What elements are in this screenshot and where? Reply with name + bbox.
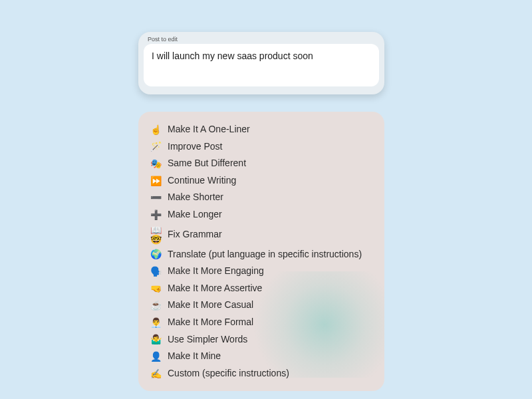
action-label: Make It More Casual [168, 299, 253, 312]
action-label: Make Shorter [168, 191, 223, 204]
action-emoji-icon: 👨‍💼 [149, 318, 162, 327]
action-emoji-icon: 🪄 [149, 142, 162, 151]
action-label: Make It More Formal [168, 316, 253, 329]
action-item[interactable]: ☝️Make It A One-Liner [149, 121, 374, 138]
action-label: Custom (specific instructions) [168, 367, 289, 380]
action-emoji-icon: ⏩ [149, 176, 162, 186]
action-label: Continue Writing [168, 174, 236, 188]
action-item[interactable]: 📖🤓Fix Grammar [149, 223, 374, 246]
action-item[interactable]: 👤Make It Mine [149, 348, 374, 365]
action-item[interactable]: 🤷‍♂️Use Simpler Words [149, 331, 374, 348]
action-label: Use Simpler Words [168, 333, 247, 346]
action-emoji-icon: ➖ [149, 193, 162, 202]
action-item[interactable]: 👨‍💼Make It More Formal [149, 314, 374, 331]
action-label: Same But Different [168, 157, 246, 170]
action-emoji-icon: ☕ [149, 301, 162, 310]
action-label: Make It More Assertive [168, 282, 262, 295]
action-label: Make It More Engaging [168, 265, 264, 278]
action-item[interactable]: 🗣️Make It More Engaging [149, 263, 374, 280]
action-label: Fix Grammar [168, 228, 222, 241]
action-item[interactable]: ☕Make It More Casual [149, 297, 374, 314]
action-emoji-icon: 🎭 [149, 159, 162, 168]
action-emoji-icon: 🌍 [149, 249, 162, 259]
action-item[interactable]: 🌍Translate (put language in specific ins… [149, 246, 374, 263]
action-emoji-icon: 🗣️ [149, 267, 162, 276]
action-emoji-icon: 🤷‍♂️ [149, 334, 162, 344]
action-label: Make It A One-Liner [168, 123, 250, 136]
action-label: Improve Post [168, 140, 222, 154]
editor-card: Post to edit [138, 32, 384, 94]
action-item[interactable]: ➕Make Longer [149, 206, 374, 223]
action-item[interactable]: 🤜Make It More Assertive [149, 280, 374, 297]
action-emoji-icon: ➕ [149, 210, 162, 219]
action-emoji-icon: 👤 [149, 352, 162, 361]
action-item[interactable]: ➖Make Shorter [149, 189, 374, 206]
actions-menu: ☝️Make It A One-Liner🪄Improve Post🎭Same … [138, 112, 384, 391]
editor-label: Post to edit [144, 36, 379, 44]
action-label: Translate (put language in specific inst… [168, 248, 362, 261]
action-label: Make It Mine [168, 350, 221, 363]
action-item[interactable]: 🪄Improve Post [149, 138, 374, 156]
action-emoji-icon: 🤜 [149, 284, 162, 293]
action-emoji-icon: ✍️ [149, 369, 162, 378]
action-label: Make Longer [168, 208, 222, 221]
action-emoji-icon: ☝️ [149, 125, 162, 134]
post-input[interactable] [144, 44, 379, 86]
action-emoji-icon: 📖🤓 [149, 225, 162, 244]
action-item[interactable]: ⏩Continue Writing [149, 172, 374, 190]
action-item[interactable]: 🎭Same But Different [149, 155, 374, 172]
action-item[interactable]: ✍️Custom (specific instructions) [149, 365, 374, 382]
